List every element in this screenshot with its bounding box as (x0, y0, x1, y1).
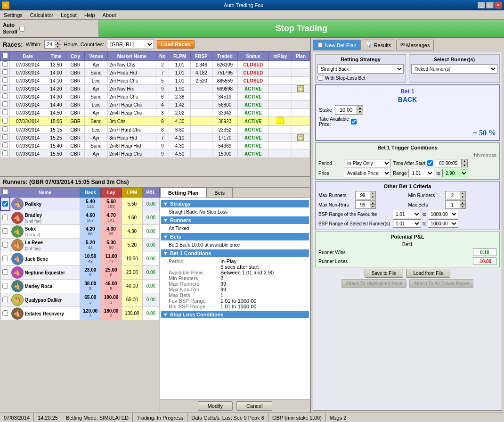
race-cell-check[interactable] (0, 77, 10, 85)
race-cell-check[interactable] (0, 142, 10, 150)
race-row[interactable]: 07/03/2014 14:00 GBR Sand 2m Hcap Hrd 7 … (0, 69, 310, 77)
race-cell-check[interactable] (0, 85, 10, 93)
runner-cell-lay[interactable]: 46.00 5 (101, 279, 122, 293)
race-checkbox[interactable] (2, 134, 8, 140)
stop-loss-checkbox[interactable] (317, 75, 323, 81)
max-bets-spinner[interactable]: ▲ ▼ (445, 200, 466, 209)
max-non-rnrs-up[interactable]: ▲ (370, 201, 375, 205)
runner-cell-lay[interactable]: 11.00 77 (101, 252, 122, 265)
runner-row[interactable]: 🐴 Estates Recovery 120.00 3 180.00 3 130… (0, 306, 160, 320)
runner-cell-lay[interactable]: 180.00 3 (101, 306, 122, 320)
max-bets-up[interactable]: ▲ (460, 201, 465, 205)
runner-checkbox[interactable] (2, 242, 8, 248)
runner-row[interactable]: 🐴 Polisky 5.40 112 5.60 156 5.50 0.00 (0, 197, 160, 211)
races-table-container[interactable]: Date Time Ctry Venue Market Name No FLPM… (0, 51, 310, 176)
max-non-rnrs-spinner[interactable]: ▲ ▼ (355, 200, 376, 209)
runner-cell-lay[interactable]: 25.00 6 (101, 265, 122, 279)
runner-row[interactable]: 🐴 Jack Bene 10.50 42 11.00 77 10.50 0.00 (0, 252, 160, 265)
runner-row[interactable]: 🐴 Qualypso Dallier 65.00 3 100.00 3 65.0… (0, 293, 160, 306)
race-cell-check[interactable] (0, 109, 10, 117)
take-available-checkbox[interactable] (351, 119, 357, 124)
runner-cell-check[interactable] (0, 238, 10, 252)
runner-checkbox[interactable] (2, 256, 8, 261)
tab-results[interactable]: 📊 Results (362, 40, 396, 50)
bsp-fav-to-select[interactable]: 1000.00 (428, 210, 458, 218)
runner-cell-back[interactable]: 4.60 167 (80, 211, 101, 224)
race-checkbox[interactable] (2, 93, 8, 99)
time-up[interactable]: ▲ (462, 159, 467, 163)
save-to-file-button[interactable]: Save to File (365, 269, 404, 278)
race-row[interactable]: 07/03/2014 15:50 GBR Ayr 2m4f Hcap Chs 9… (0, 150, 310, 158)
select-all-runners[interactable] (2, 189, 8, 195)
race-checkbox[interactable] (2, 61, 8, 67)
runners-table-wrapper[interactable]: Name Back Lay LPM P&L 🐴 (0, 188, 160, 413)
bsp-fav-from-select[interactable]: 1.01 (393, 210, 421, 218)
race-checkbox[interactable] (2, 101, 8, 107)
race-cell-check[interactable] (0, 61, 10, 69)
stake-up[interactable]: ▲ (357, 106, 363, 110)
runner-cell-check[interactable] (0, 224, 10, 238)
runner-cell-check[interactable] (0, 306, 10, 320)
time-down[interactable]: ▼ (462, 163, 467, 167)
auto-scroll-checkbox[interactable] (19, 26, 25, 32)
tab-bets[interactable]: Bets (206, 188, 233, 198)
race-cell-check[interactable] (0, 117, 10, 126)
modify-button[interactable]: Modify (198, 401, 233, 411)
max-runners-spinner[interactable]: ▲ ▼ (355, 191, 376, 199)
menu-about[interactable]: About (101, 11, 118, 19)
within-spinner[interactable]: 24 ▲ ▼ (44, 40, 61, 49)
tab-new-bet-plan[interactable]: 📋 New Bet Plan (313, 40, 361, 50)
min-runners-input[interactable] (446, 191, 460, 199)
race-row[interactable]: 07/03/2014 15:05 GBR Sand 3m Chs 9 4.30 … (0, 117, 310, 126)
race-row[interactable]: 07/03/2014 14:30 GBR Sand 2m Hcap Chs 6 … (0, 93, 310, 101)
runner-cell-back[interactable]: 5.40 112 (80, 197, 101, 211)
max-bets-input[interactable] (446, 201, 460, 208)
race-checkbox[interactable] (2, 69, 8, 75)
within-up[interactable]: ▲ (55, 41, 61, 45)
time-value-input[interactable] (435, 159, 461, 167)
betting-strategy-select[interactable]: Straight Back Lay Back Back Lay (317, 64, 404, 74)
load-races-button[interactable]: Load Races (157, 40, 195, 49)
runner-loses-input-wrapper[interactable]: -10.00 (473, 257, 496, 265)
race-checkbox[interactable] (2, 118, 8, 124)
runner-checkbox[interactable] (2, 215, 8, 220)
runner-cell-back[interactable]: 38.00 5 (80, 279, 101, 293)
min-runners-up[interactable]: ▲ (460, 191, 465, 195)
runner-checkbox[interactable] (2, 201, 8, 207)
load-from-file-button[interactable]: Load from File (406, 269, 450, 278)
select-all-races[interactable] (2, 53, 8, 58)
time-input-spinner[interactable]: ▲ ▼ (435, 159, 468, 167)
runner-cell-lay[interactable]: 4.30 95 (101, 224, 122, 238)
race-row[interactable]: 07/03/2014 15:25 GBR Ayr 3m Hcap Hrd 7 4… (0, 134, 310, 142)
race-checkbox[interactable] (2, 126, 8, 132)
runner-checkbox[interactable] (2, 283, 8, 289)
period-trigger-select[interactable]: In-Play Only Pre-Race Always (344, 159, 391, 167)
runner-cell-check[interactable] (0, 197, 10, 211)
countries-select[interactable]: [GBR,IRL] [GBR] [IRL] (107, 40, 154, 49)
race-checkbox[interactable] (2, 150, 8, 156)
stake-spinner[interactable]: ▲ ▼ (335, 105, 363, 115)
race-cell-check[interactable] (0, 134, 10, 142)
menu-help[interactable]: Help (82, 11, 97, 19)
runner-cell-check[interactable] (0, 265, 10, 279)
menu-calculator[interactable]: Calculator (28, 11, 56, 19)
runner-cell-back[interactable]: 4.20 66 (80, 224, 101, 238)
race-checkbox[interactable] (2, 109, 8, 115)
runner-checkbox[interactable] (2, 228, 8, 234)
runner-cell-lay[interactable]: 5.60 156 (101, 197, 122, 211)
runner-row[interactable]: 🐴 Solix(1st fav) 4.20 66 4.30 95 4.30 0.… (0, 224, 160, 238)
close-button[interactable]: ✕ (495, 2, 502, 8)
race-row[interactable]: 07/03/2014 13:50 GBR Ayr 2m Nov Chs 2 1.… (0, 61, 310, 69)
min-runners-down[interactable]: ▼ (460, 195, 465, 199)
race-checkbox[interactable] (2, 142, 8, 148)
price-trigger-select[interactable]: Available Price BSP (344, 169, 391, 177)
range-from-select[interactable]: 1.01 (408, 169, 434, 177)
runner-cell-lay[interactable]: 5.30 50 (101, 238, 122, 252)
tab-betting-plan[interactable]: Betting Plan (160, 188, 206, 198)
runner-cell-lay[interactable]: 100.00 3 (101, 293, 122, 306)
stop-trading-banner[interactable]: Stop Trading (99, 20, 504, 37)
race-row[interactable]: 07/03/2014 15:40 GBR Sand 2m6f Hcap Hrd … (0, 142, 310, 150)
stake-down[interactable]: ▼ (357, 110, 363, 114)
bsp-runner-from-select[interactable]: 1.01 (393, 219, 421, 228)
runner-cell-check[interactable] (0, 252, 10, 265)
